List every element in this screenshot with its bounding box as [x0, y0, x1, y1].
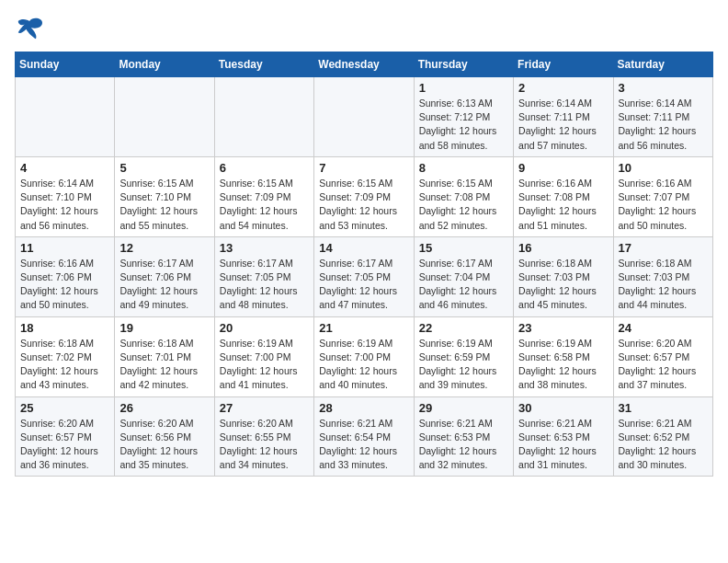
calendar-cell: 30Sunrise: 6:21 AM Sunset: 6:53 PM Dayli…: [514, 396, 613, 477]
calendar-cell: [115, 77, 214, 157]
day-info: Sunrise: 6:14 AM Sunset: 7:10 PM Dayligh…: [20, 177, 109, 233]
day-info: Sunrise: 6:19 AM Sunset: 6:58 PM Dayligh…: [518, 337, 608, 393]
day-info: Sunrise: 6:16 AM Sunset: 7:08 PM Dayligh…: [518, 177, 608, 233]
day-number: 5: [119, 161, 209, 175]
calendar-cell: 8Sunrise: 6:15 AM Sunset: 7:08 PM Daylig…: [414, 156, 513, 236]
calendar-cell: 19Sunrise: 6:18 AM Sunset: 7:01 PM Dayli…: [115, 316, 214, 396]
calendar-cell: 12Sunrise: 6:17 AM Sunset: 7:06 PM Dayli…: [115, 236, 214, 316]
calendar-cell: 18Sunrise: 6:18 AM Sunset: 7:02 PM Dayli…: [16, 316, 115, 396]
day-number: 6: [220, 161, 309, 175]
day-number: 13: [220, 241, 309, 255]
day-info: Sunrise: 6:17 AM Sunset: 7:05 PM Dayligh…: [319, 257, 408, 313]
day-info: Sunrise: 6:18 AM Sunset: 7:03 PM Dayligh…: [518, 257, 608, 313]
day-info: Sunrise: 6:18 AM Sunset: 7:02 PM Dayligh…: [20, 337, 109, 393]
day-info: Sunrise: 6:18 AM Sunset: 7:01 PM Dayligh…: [119, 337, 209, 393]
day-number: 31: [619, 401, 708, 415]
day-number: 23: [518, 321, 608, 335]
calendar-cell: 20Sunrise: 6:19 AM Sunset: 7:00 PM Dayli…: [214, 316, 313, 396]
day-header-thursday: Thursday: [414, 52, 513, 77]
calendar-cell: 9Sunrise: 6:16 AM Sunset: 7:08 PM Daylig…: [514, 156, 613, 236]
day-number: 3: [619, 81, 708, 95]
day-number: 21: [319, 321, 408, 335]
calendar-cell: 10Sunrise: 6:16 AM Sunset: 7:07 PM Dayli…: [613, 156, 712, 236]
calendar-cell: 23Sunrise: 6:19 AM Sunset: 6:58 PM Dayli…: [514, 316, 613, 396]
calendar-cell: 4Sunrise: 6:14 AM Sunset: 7:10 PM Daylig…: [16, 156, 115, 236]
calendar-cell: 16Sunrise: 6:18 AM Sunset: 7:03 PM Dayli…: [514, 236, 613, 316]
day-info: Sunrise: 6:15 AM Sunset: 7:08 PM Dayligh…: [419, 177, 508, 233]
day-info: Sunrise: 6:20 AM Sunset: 6:57 PM Dayligh…: [20, 417, 109, 473]
day-number: 20: [220, 321, 309, 335]
day-header-wednesday: Wednesday: [314, 52, 414, 77]
day-number: 10: [619, 161, 708, 175]
calendar-cell: 26Sunrise: 6:20 AM Sunset: 6:56 PM Dayli…: [115, 396, 214, 477]
calendar-table: SundayMondayTuesdayWednesdayThursdayFrid…: [15, 52, 713, 477]
day-number: 26: [119, 401, 209, 415]
day-number: 8: [419, 161, 508, 175]
day-number: 2: [518, 81, 608, 95]
calendar-week-row: 1Sunrise: 6:13 AM Sunset: 7:12 PM Daylig…: [16, 77, 713, 157]
day-info: Sunrise: 6:21 AM Sunset: 6:53 PM Dayligh…: [518, 417, 608, 473]
calendar-cell: 25Sunrise: 6:20 AM Sunset: 6:57 PM Dayli…: [16, 396, 115, 477]
day-number: 25: [20, 401, 109, 415]
day-info: Sunrise: 6:21 AM Sunset: 6:52 PM Dayligh…: [619, 417, 708, 473]
calendar-cell: 6Sunrise: 6:15 AM Sunset: 7:09 PM Daylig…: [214, 156, 313, 236]
day-number: 16: [518, 241, 608, 255]
calendar-cell: 5Sunrise: 6:15 AM Sunset: 7:10 PM Daylig…: [115, 156, 214, 236]
day-number: 22: [419, 321, 508, 335]
day-header-monday: Monday: [115, 52, 214, 77]
day-number: 11: [20, 241, 109, 255]
day-info: Sunrise: 6:13 AM Sunset: 7:12 PM Dayligh…: [419, 97, 508, 153]
calendar-cell: 2Sunrise: 6:14 AM Sunset: 7:11 PM Daylig…: [514, 77, 613, 157]
day-number: 24: [619, 321, 708, 335]
day-number: 28: [319, 401, 408, 415]
day-number: 4: [20, 161, 109, 175]
day-number: 14: [319, 241, 408, 255]
day-info: Sunrise: 6:15 AM Sunset: 7:09 PM Dayligh…: [220, 177, 309, 233]
calendar-cell: 1Sunrise: 6:13 AM Sunset: 7:12 PM Daylig…: [414, 77, 513, 157]
day-header-sunday: Sunday: [16, 52, 115, 77]
day-number: 27: [220, 401, 309, 415]
day-info: Sunrise: 6:15 AM Sunset: 7:10 PM Dayligh…: [119, 177, 209, 233]
day-number: 19: [119, 321, 209, 335]
calendar-cell: [314, 77, 414, 157]
calendar-week-row: 18Sunrise: 6:18 AM Sunset: 7:02 PM Dayli…: [16, 316, 713, 396]
day-header-saturday: Saturday: [613, 52, 712, 77]
day-number: 29: [419, 401, 508, 415]
day-info: Sunrise: 6:19 AM Sunset: 7:00 PM Dayligh…: [220, 337, 309, 393]
day-info: Sunrise: 6:21 AM Sunset: 6:54 PM Dayligh…: [319, 417, 408, 473]
calendar-cell: 14Sunrise: 6:17 AM Sunset: 7:05 PM Dayli…: [314, 236, 414, 316]
day-info: Sunrise: 6:21 AM Sunset: 6:53 PM Dayligh…: [419, 417, 508, 473]
calendar-cell: 11Sunrise: 6:16 AM Sunset: 7:06 PM Dayli…: [16, 236, 115, 316]
calendar-cell: 3Sunrise: 6:14 AM Sunset: 7:11 PM Daylig…: [613, 77, 712, 157]
logo-icon: [15, 15, 44, 40]
calendar-cell: 17Sunrise: 6:18 AM Sunset: 7:03 PM Dayli…: [613, 236, 712, 316]
calendar-cell: 29Sunrise: 6:21 AM Sunset: 6:53 PM Dayli…: [414, 396, 513, 477]
day-info: Sunrise: 6:14 AM Sunset: 7:11 PM Dayligh…: [619, 97, 708, 153]
calendar-cell: 22Sunrise: 6:19 AM Sunset: 6:59 PM Dayli…: [414, 316, 513, 396]
day-info: Sunrise: 6:15 AM Sunset: 7:09 PM Dayligh…: [319, 177, 408, 233]
day-header-tuesday: Tuesday: [214, 52, 313, 77]
calendar-header-row: SundayMondayTuesdayWednesdayThursdayFrid…: [16, 52, 713, 77]
calendar-cell: 21Sunrise: 6:19 AM Sunset: 7:00 PM Dayli…: [314, 316, 414, 396]
day-number: 30: [518, 401, 608, 415]
calendar-cell: 28Sunrise: 6:21 AM Sunset: 6:54 PM Dayli…: [314, 396, 414, 477]
day-number: 7: [319, 161, 408, 175]
day-number: 17: [619, 241, 708, 255]
calendar-cell: 27Sunrise: 6:20 AM Sunset: 6:55 PM Dayli…: [214, 396, 313, 477]
calendar-week-row: 4Sunrise: 6:14 AM Sunset: 7:10 PM Daylig…: [16, 156, 713, 236]
day-info: Sunrise: 6:18 AM Sunset: 7:03 PM Dayligh…: [619, 257, 708, 313]
calendar-cell: 13Sunrise: 6:17 AM Sunset: 7:05 PM Dayli…: [214, 236, 313, 316]
day-number: 9: [518, 161, 608, 175]
day-number: 1: [419, 81, 508, 95]
calendar-week-row: 25Sunrise: 6:20 AM Sunset: 6:57 PM Dayli…: [16, 396, 713, 477]
calendar-cell: [16, 77, 115, 157]
day-info: Sunrise: 6:20 AM Sunset: 6:57 PM Dayligh…: [619, 337, 708, 393]
day-number: 12: [119, 241, 209, 255]
day-info: Sunrise: 6:14 AM Sunset: 7:11 PM Dayligh…: [518, 97, 608, 153]
page-header: [15, 15, 713, 40]
day-info: Sunrise: 6:17 AM Sunset: 7:04 PM Dayligh…: [419, 257, 508, 313]
logo: [15, 15, 48, 40]
day-info: Sunrise: 6:16 AM Sunset: 7:07 PM Dayligh…: [619, 177, 708, 233]
day-header-friday: Friday: [514, 52, 613, 77]
day-info: Sunrise: 6:20 AM Sunset: 6:55 PM Dayligh…: [220, 417, 309, 473]
